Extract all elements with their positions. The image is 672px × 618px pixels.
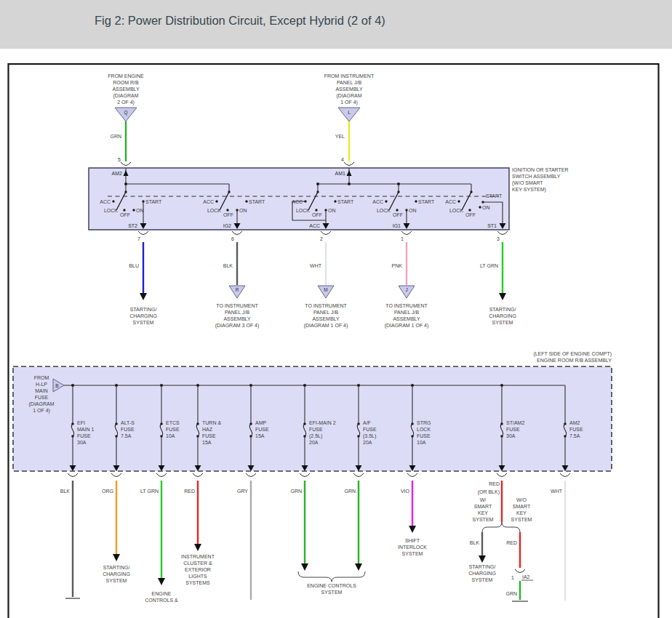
pin-number: 6 [231, 236, 234, 241]
connector-ref-letter: Q [124, 110, 127, 116]
connector-ref-letter: B [55, 383, 58, 388]
destination-label: STARTING/CHARGINGSYSTEM [489, 307, 516, 325]
connector-ref-letter: J [405, 287, 407, 292]
start-contact-label: START [486, 193, 503, 198]
on-contact-label: ON [482, 205, 490, 210]
wire-color-label: BLK [60, 489, 71, 494]
off-contact-label: OFF [312, 212, 322, 217]
off-contact-label: OFF [465, 212, 476, 217]
wire-color-label: WHT [310, 263, 322, 268]
destination-label: STARTING/CHARGINGSYSTEM [468, 564, 496, 582]
wire-color-label: PNK [392, 263, 403, 268]
wire-color-label: BLU [129, 263, 139, 268]
on-contact-label: ON [328, 208, 336, 213]
terminal-ig2: IG2 [223, 223, 231, 228]
connector-ref-letter: R [236, 287, 239, 292]
on-contact-label: ON [239, 208, 247, 213]
diagram-frame [9, 64, 659, 618]
off-contact-label: OFF [120, 212, 130, 217]
wire-color-label: GRN [344, 489, 356, 494]
wire-color-label: ORG [102, 489, 113, 494]
lock-contact-label: LOCK [377, 208, 391, 213]
acc-contact-label: ACC [445, 199, 456, 204]
terminal-st1: ST1 [487, 223, 497, 228]
wire-color-label: GRY [237, 489, 248, 494]
destination-label: INSTRUMENTCLUSTER &EXTERIORLIGHTSSYSTEMS [181, 554, 215, 585]
lock-contact-label: LOCK [104, 208, 118, 213]
start-contact-label: START [418, 199, 435, 204]
wire-color-label: WHT [551, 489, 563, 494]
connector-id: IA2 [522, 574, 530, 579]
wire-color-label: VIO [401, 489, 410, 494]
acc-contact-label: ACC [203, 199, 214, 204]
on-contact-label: ON [136, 208, 144, 213]
terminal-acc: ACC [309, 223, 320, 228]
connector-ref-letter: M [324, 287, 327, 292]
acc-contact-label: ACC [100, 199, 111, 204]
terminal-st2: ST2 [128, 223, 137, 228]
pin-number: 7 [137, 236, 140, 241]
wire-color-label: RED [184, 489, 195, 494]
terminal-ig1: IG1 [393, 223, 401, 228]
wire-color-label: GRN [505, 591, 517, 596]
off-contact-label: OFF [393, 212, 403, 217]
acc-contact-label: ACC [372, 199, 383, 204]
lock-contact-label: LOCK [449, 208, 463, 213]
pin-number: 1 [511, 575, 514, 580]
wire-color-label: YEL [335, 134, 345, 139]
pin-number: 3 [497, 236, 500, 241]
on-contact-label: ON [409, 208, 417, 213]
wire-color-label: BLK [470, 540, 480, 545]
pin-number: 5 [118, 157, 121, 162]
lock-contact-label: LOCK [296, 208, 310, 213]
destination-label: STARTING/CHARGINGSYSTEM [129, 307, 157, 325]
pin-number: 1 [401, 236, 404, 241]
relay-box [13, 366, 612, 471]
terminal-am1: AM1 [335, 171, 346, 176]
start-contact-label: START [337, 199, 354, 204]
figure-caption-bar: Fig 2: Power Distribution Circuit, Excep… [0, 0, 672, 49]
start-contact-label: START [249, 199, 265, 204]
wire-color-label: GRN [290, 489, 302, 494]
pin-number: 2 [320, 236, 323, 241]
off-contact-label: OFF [223, 212, 233, 217]
pin-number: 4 [341, 157, 344, 162]
wiring-diagram: Fig 2: Power Distribution Circuit, Excep… [0, 0, 672, 618]
terminal-am2: AM2 [112, 171, 123, 176]
connector-ref-letter: L [348, 110, 351, 115]
lock-contact-label: LOCK [207, 208, 221, 213]
start-contact-label: START [145, 199, 162, 204]
wire-color-label: LT GRN [140, 489, 159, 494]
wire-color-label: GRN [110, 134, 121, 139]
wire-color-label: BLK [223, 263, 233, 268]
figure-title: Fig 2: Power Distribution Circuit, Excep… [95, 14, 385, 27]
wire-color-label: RED [506, 540, 517, 545]
destination-label: STARTING/CHARGINGSYSTEM [103, 565, 130, 583]
wire-color-label: LT GRN [480, 263, 498, 268]
